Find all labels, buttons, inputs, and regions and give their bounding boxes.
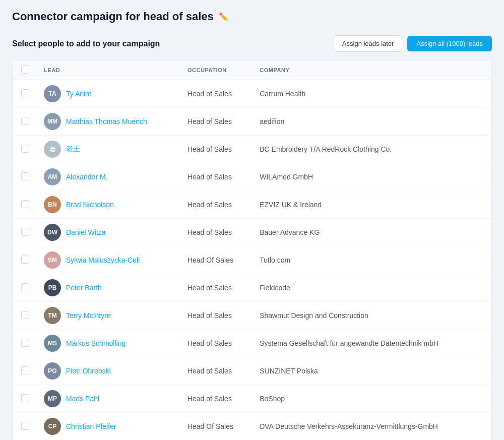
table-row: 老老王Head of SalesBC Embroidery T/A RedRoc… [13, 136, 491, 163]
company-cell: SUNZINET Polska [254, 357, 491, 385]
lead-cell: 老老王 [38, 136, 181, 163]
row-checkbox[interactable] [21, 200, 29, 208]
lead-name[interactable]: Brad Nicholson [66, 201, 114, 209]
row-checkbox-cell [13, 136, 38, 163]
lead-name[interactable]: Terry McIntyre [66, 311, 111, 320]
avatar: PB [44, 279, 61, 296]
row-checkbox[interactable] [21, 228, 29, 236]
lead-name[interactable]: Sylwia Maluszycka-Celi [66, 256, 140, 264]
row-checkbox[interactable] [21, 339, 29, 347]
lead-name[interactable]: Ty Arlint [66, 90, 91, 98]
occupation-cell: Head Of Sales [181, 413, 254, 441]
occupation-cell: Head of Sales [181, 385, 254, 413]
occupation-cell: Head of Sales [181, 108, 254, 136]
row-checkbox[interactable] [21, 89, 29, 97]
avatar: CP [44, 418, 61, 435]
lead-name[interactable]: Alexander M. [66, 173, 107, 181]
page: Connector campaign for head of sales ✏️ … [0, 0, 504, 440]
row-checkbox-cell [13, 80, 38, 108]
avatar: MP [44, 390, 61, 407]
table-row: MSMarkus SchmollingHead of SalesSystema … [13, 330, 491, 357]
row-checkbox[interactable] [21, 394, 29, 402]
row-checkbox-cell [13, 330, 38, 357]
company-cell: Systema Gesellschaft für angewandte Date… [254, 330, 491, 357]
row-checkbox-cell [13, 163, 38, 191]
table-row: TMTerry McIntyreHead of SalesShawmut Des… [13, 302, 491, 330]
occupation-cell: Head of Sales [181, 80, 254, 108]
header-lead: LEAD [38, 60, 181, 80]
avatar: AM [44, 168, 61, 185]
lead-name[interactable]: Piotr Obrebski [66, 367, 111, 375]
lead-name[interactable]: Mads Pahl [66, 395, 99, 403]
table-row: TATy ArlintHead of SalesCarrum Health [13, 80, 491, 108]
lead-name[interactable]: Matthias Thomas Muench [66, 117, 147, 125]
occupation-cell: Head Of Sales [181, 246, 254, 274]
company-cell: BoShop [254, 385, 491, 413]
occupation-cell: Head of Sales [181, 219, 254, 246]
edit-icon[interactable]: ✏️ [219, 12, 229, 22]
table-row: PBPeter BarthHead of SalesFieldcode [13, 274, 491, 302]
row-checkbox-cell [13, 246, 38, 274]
lead-name[interactable]: Daniel Witza [66, 228, 106, 236]
header-company: COMPANY [254, 60, 491, 80]
company-cell: Tutlo.com [254, 246, 491, 274]
table-body: TATy ArlintHead of SalesCarrum HealthMMM… [13, 80, 491, 441]
avatar: SM [44, 252, 61, 269]
row-checkbox-cell [13, 219, 38, 246]
company-cell: DVA Deutsche Verkehrs-Assekuranz-Vermitt… [254, 413, 491, 441]
company-cell: Shawmut Design and Construction [254, 302, 491, 330]
toolbar-subtitle: Select people to add to your campaign [12, 39, 160, 48]
occupation-cell: Head of Sales [181, 357, 254, 385]
lead-name[interactable]: Christian Pfeifer [66, 422, 116, 430]
row-checkbox-cell [13, 357, 38, 385]
assign-all-button[interactable]: Assign all (1000) leads [407, 36, 492, 51]
avatar: 老 [44, 141, 61, 158]
avatar: TA [44, 85, 61, 102]
row-checkbox-cell [13, 413, 38, 441]
lead-cell: SMSylwia Maluszycka-Celi [38, 246, 181, 274]
header-occupation: OCCUPATION [181, 60, 254, 80]
table-row: SMSylwia Maluszycka-CeliHead Of SalesTut… [13, 246, 491, 274]
company-cell: BC Embroidery T/A RedRock Clothing Co. [254, 136, 491, 163]
row-checkbox[interactable] [21, 366, 29, 374]
avatar: DW [44, 224, 61, 241]
lead-name[interactable]: Markus Schmolling [66, 339, 125, 347]
header-checkbox-col [13, 60, 38, 80]
select-all-checkbox[interactable] [21, 66, 29, 74]
assign-leads-later-button[interactable]: Assign leads later [334, 35, 403, 52]
row-checkbox[interactable] [21, 283, 29, 291]
lead-cell: TMTerry McIntyre [38, 302, 181, 330]
page-title: Connector campaign for head of sales [12, 10, 214, 23]
lead-cell: CPChristian Pfeifer [38, 413, 181, 441]
company-cell: Fieldcode [254, 274, 491, 302]
lead-cell: POPiotr Obrebski [38, 357, 181, 385]
row-checkbox[interactable] [21, 256, 29, 264]
row-checkbox[interactable] [21, 145, 29, 153]
lead-name[interactable]: Peter Barth [66, 284, 102, 292]
toolbar: Select people to add to your campaign As… [12, 35, 492, 52]
avatar: BN [44, 196, 61, 213]
company-cell: Carrum Health [254, 80, 491, 108]
row-checkbox[interactable] [21, 422, 29, 430]
table-row: DWDaniel WitzaHead of SalesBauer Advance… [13, 219, 491, 246]
occupation-cell: Head of Sales [181, 302, 254, 330]
lead-cell: MMMatthias Thomas Muench [38, 108, 181, 136]
occupation-cell: Head of Sales [181, 274, 254, 302]
lead-cell: BNBrad Nicholson [38, 191, 181, 219]
row-checkbox-cell [13, 274, 38, 302]
occupation-cell: Head of Sales [181, 330, 254, 357]
table-row: AMAlexander M.Head of SalesWILAmed GmbH [13, 163, 491, 191]
lead-cell: AMAlexander M. [38, 163, 181, 191]
company-cell: Bauer Advance KG [254, 219, 491, 246]
table-row: CPChristian PfeiferHead Of SalesDVA Deut… [13, 413, 491, 441]
row-checkbox[interactable] [21, 311, 29, 319]
table-row: POPiotr ObrebskiHead of SalesSUNZINET Po… [13, 357, 491, 385]
lead-cell: TATy Arlint [38, 80, 181, 108]
row-checkbox[interactable] [21, 117, 29, 125]
company-cell: aedifion [254, 108, 491, 136]
lead-name[interactable]: 老王 [66, 145, 80, 154]
row-checkbox-cell [13, 385, 38, 413]
lead-cell: MSMarkus Schmolling [38, 330, 181, 357]
occupation-cell: Head of Sales [181, 136, 254, 163]
row-checkbox[interactable] [21, 172, 29, 180]
